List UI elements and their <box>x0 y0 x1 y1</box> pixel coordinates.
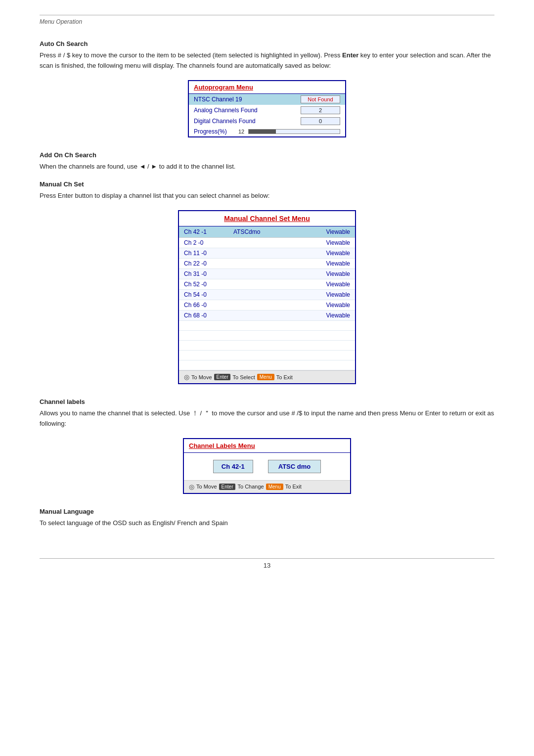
empty-row <box>179 331 355 341</box>
to-move-label: To Move <box>191 374 212 380</box>
table-row: Ch 68 -0 Viewable <box>179 311 355 321</box>
chlabel-menu-key-badge: Menu <box>266 484 283 490</box>
channel-labels-menu-title: Channel Labels Menu <box>184 439 350 453</box>
autoprog-label-digital: Digital Channels Found <box>194 118 301 125</box>
to-exit-label: To Exit <box>276 374 293 380</box>
manual-ch-set-title: Manual Ch Set <box>40 180 494 188</box>
row-status: Viewable <box>288 312 350 319</box>
row-ch: Ch 54 -0 <box>184 291 233 298</box>
empty-row <box>179 351 355 360</box>
row-type <box>233 270 288 277</box>
empty-row <box>179 341 355 351</box>
autoprog-row-ntsc: NTSC Channel 19 Not Found <box>189 94 345 105</box>
chlabel-to-exit-label: To Exit <box>285 484 302 489</box>
row-type <box>233 250 288 257</box>
autoprogram-menu-box: Autoprogram Menu NTSC Channel 19 Not Fou… <box>188 80 346 137</box>
channel-labels-title: Channel labels <box>40 398 494 405</box>
autoprog-value-digital: 0 <box>301 117 340 125</box>
row-ch: Ch 66 -0 <box>184 302 233 309</box>
row-status: Viewable <box>288 302 350 309</box>
row-status: Viewable <box>288 260 350 267</box>
table-row: Ch 66 -0 Viewable <box>179 300 355 311</box>
manual-header-col2: ATSCdmo <box>233 228 288 235</box>
autoprog-label-analog: Analog Channels Found <box>194 107 301 114</box>
row-type <box>233 260 288 267</box>
channel-labels-body: Allows you to name the channel that is s… <box>40 408 494 429</box>
autoprog-progress-label: Progress(%) <box>194 128 238 135</box>
row-ch: Ch 31 -0 <box>184 270 233 277</box>
row-ch: Ch 52 -0 <box>184 281 233 288</box>
manual-header-col3: Viewable <box>288 228 350 235</box>
autoprog-progress-bar-outer <box>248 129 340 134</box>
autoprog-progress-num: 12 <box>238 129 248 134</box>
page-number: 13 <box>40 562 494 569</box>
row-type <box>233 281 288 288</box>
table-row: Ch 31 -0 Viewable <box>179 269 355 279</box>
manual-ch-set-body: Press Enter button to display a channel … <box>40 191 494 201</box>
table-row: Ch 54 -0 Viewable <box>179 290 355 300</box>
row-ch: Ch 11 -0 <box>184 250 233 257</box>
row-status: Viewable <box>288 250 350 257</box>
autoprogram-menu-center: Autoprogram Menu NTSC Channel 19 Not Fou… <box>40 80 494 137</box>
chlabel-move-icon: ◎ <box>189 483 194 490</box>
manual-language-body: To select language of the OSD such as En… <box>40 518 494 529</box>
page: Menu Operation Auto Ch Search Press # / … <box>0 0 534 756</box>
chlabel-to-change-label: To Change <box>237 484 264 489</box>
move-icon: ◎ <box>184 373 189 381</box>
autoprog-row-analog: Analog Channels Found 2 <box>189 105 345 116</box>
empty-row <box>179 321 355 331</box>
menu-key-badge: Menu <box>257 374 274 380</box>
row-status: Viewable <box>288 239 350 246</box>
channel-labels-menu-center: Channel Labels Menu Ch 42-1 ATSC dmo ◎ T… <box>40 438 494 494</box>
autoprog-value-analog: 2 <box>301 106 340 114</box>
row-ch: Ch 22 -0 <box>184 260 233 267</box>
manual-header-col1: Ch 42 -1 <box>184 228 233 235</box>
manual-channel-menu-box: Manual Channel Set Menu Ch 42 -1 ATSCdmo… <box>178 210 356 384</box>
channel-labels-ch-value: Ch 42-1 <box>213 460 253 473</box>
autoprog-value-ntsc: Not Found <box>301 95 340 103</box>
enter-key-badge: Enter <box>214 374 231 380</box>
channel-labels-name-value: ATSC dmo <box>268 460 321 473</box>
row-type <box>233 312 288 319</box>
manual-channel-menu-center: Manual Channel Set Menu Ch 42 -1 ATSCdmo… <box>40 210 494 384</box>
table-row: Ch 2 -0 Viewable <box>179 238 355 248</box>
chlabel-to-move-label: To Move <box>196 484 217 489</box>
row-status: Viewable <box>288 291 350 298</box>
manual-channel-footer: ◎ To Move Enter To Select Menu To Exit <box>179 370 355 383</box>
page-header: Menu Operation <box>40 18 494 25</box>
table-row: Ch 22 -0 Viewable <box>179 259 355 269</box>
autoprog-label-ntsc: NTSC Channel 19 <box>194 96 301 103</box>
row-ch: Ch 2 -0 <box>184 239 233 246</box>
auto-ch-search-title: Auto Ch Search <box>40 40 494 47</box>
channel-labels-footer: ◎ To Move Enter To Change Menu To Exit <box>184 480 350 493</box>
manual-language-title: Manual Language <box>40 508 494 515</box>
row-type <box>233 302 288 309</box>
auto-ch-search-body: Press # / $ key to move the cursor to th… <box>40 50 494 71</box>
row-type <box>233 291 288 298</box>
top-rule <box>40 15 494 15</box>
manual-channel-menu-title: Manual Channel Set Menu <box>179 211 355 226</box>
manual-channel-header-row: Ch 42 -1 ATSCdmo Viewable <box>179 226 355 238</box>
table-row: Ch 11 -0 Viewable <box>179 248 355 259</box>
row-status: Viewable <box>288 281 350 288</box>
channel-labels-body-row: Ch 42-1 ATSC dmo <box>184 453 350 480</box>
autoprog-row-digital: Digital Channels Found 0 <box>189 116 345 127</box>
row-status: Viewable <box>288 270 350 277</box>
chlabel-enter-key-badge: Enter <box>219 484 236 490</box>
add-on-ch-search-title: Add On Ch Search <box>40 151 494 159</box>
channel-labels-menu-box: Channel Labels Menu Ch 42-1 ATSC dmo ◎ T… <box>183 438 351 494</box>
bottom-rule <box>40 558 494 559</box>
to-select-label: To Select <box>232 374 255 380</box>
empty-row <box>179 360 355 370</box>
autoprogram-menu-title: Autoprogram Menu <box>189 81 345 94</box>
row-type <box>233 239 288 246</box>
enter-emphasis: Enter <box>342 51 358 59</box>
row-ch: Ch 68 -0 <box>184 312 233 319</box>
autoprog-row-progress: Progress(%) 12 <box>189 127 345 136</box>
autoprog-progress-bar-inner <box>249 130 276 133</box>
add-on-ch-search-body: When the channels are found, use ◄ / ► t… <box>40 162 494 172</box>
table-row: Ch 52 -0 Viewable <box>179 279 355 290</box>
